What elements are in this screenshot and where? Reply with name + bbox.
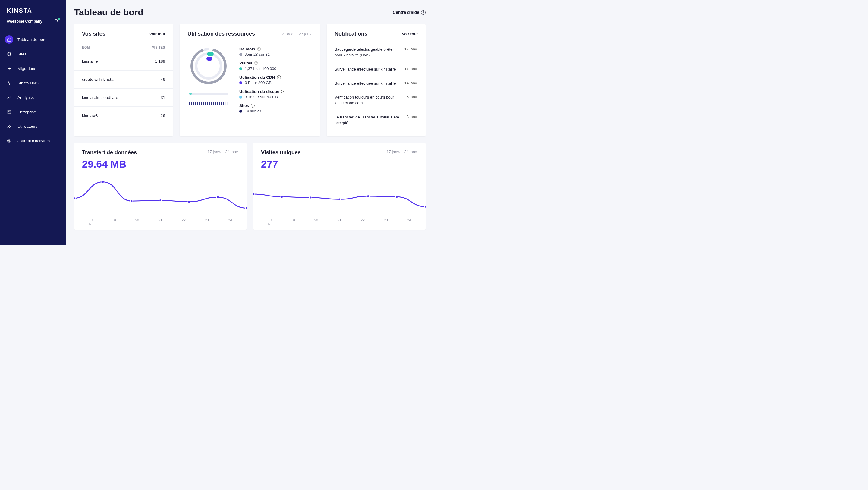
building-icon — [5, 108, 13, 116]
notifications-bell-icon[interactable] — [54, 19, 59, 24]
sidebar-item-company[interactable]: Entreprise — [0, 104, 66, 119]
svg-point-22 — [245, 207, 247, 209]
svg-point-29 — [424, 206, 426, 208]
table-row[interactable]: kinstalife 1,189 — [74, 53, 173, 70]
chart-icon — [5, 93, 13, 101]
brand-logo: KINSTA — [0, 7, 66, 19]
uniques-value: 277 — [253, 158, 426, 173]
xaxis-tick: 21 — [328, 218, 351, 226]
main-content: Tableau de bord Centre d'aide ? Vos site… — [66, 0, 434, 245]
metric-sites: Sites? 18 sur 20 — [239, 103, 312, 113]
list-item[interactable]: Surveillance effectuée sur kinstalife 14… — [335, 76, 418, 91]
sidebar-item-label: Migrations — [18, 66, 36, 71]
notifications-title: Notifications — [335, 31, 367, 37]
company-name[interactable]: Awesome Company — [7, 19, 42, 24]
list-item[interactable]: Vérification toujours en cours pour kins… — [335, 90, 418, 110]
notification-date: 6 janv. — [407, 95, 418, 106]
notification-date: 14 janv. — [404, 81, 418, 87]
metric-visits: Visites? 1,371 sur 100,000 — [239, 61, 312, 71]
svg-point-16 — [74, 197, 75, 200]
svg-point-23 — [253, 193, 254, 195]
sidebar-item-sites[interactable]: Sites — [0, 47, 66, 61]
site-visits: 1,189 — [155, 59, 165, 64]
metric-month: Ce mois? Jour 28 sur 31 — [239, 47, 312, 57]
home-icon — [5, 35, 13, 44]
xaxis-tick: 20 — [125, 218, 149, 226]
site-name: kinstaw3 — [82, 113, 161, 118]
transfer-chart-title: Transfert de données — [82, 150, 137, 156]
uniques-xaxis: 18Jan192021222324 — [253, 215, 426, 226]
help-center-label: Centre d'aide — [393, 10, 419, 15]
notification-date: 3 janv. — [407, 115, 418, 126]
info-icon[interactable]: ? — [251, 104, 255, 108]
xaxis-tick: 24 — [218, 218, 242, 226]
sidebar-item-dashboard[interactable]: Tableau de bord — [0, 32, 66, 47]
list-item[interactable]: Surveillance effectuée sur kinstalife 17… — [335, 62, 418, 76]
site-name: kinstacdn-cloudflare — [82, 95, 161, 100]
arrow-right-icon — [5, 64, 13, 73]
uniques-line-chart — [253, 173, 426, 215]
svg-point-14 — [207, 52, 214, 56]
sidebar-item-label: Journal d'activités — [18, 139, 50, 143]
transfer-line-chart — [74, 173, 247, 215]
notifications-view-all-link[interactable]: Voir tout — [402, 32, 418, 36]
table-row[interactable]: kinstaw3 26 — [74, 107, 173, 124]
info-icon[interactable]: ? — [257, 47, 261, 51]
disk-progress-bar — [189, 93, 228, 95]
notification-dot — [58, 18, 60, 20]
xaxis-tick: 21 — [149, 218, 172, 226]
xaxis-tick: 23 — [195, 218, 218, 226]
svg-point-28 — [396, 195, 398, 198]
xaxis-tick: 23 — [374, 218, 398, 226]
sidebar-item-migrations[interactable]: Migrations — [0, 61, 66, 75]
notification-text: Vérification toujours en cours pour kins… — [335, 95, 402, 106]
sidebar-item-analytics[interactable]: Analytics — [0, 90, 66, 104]
sidebar-item-dns[interactable]: Kinsta DNS — [0, 75, 66, 90]
svg-point-10 — [8, 140, 10, 141]
xaxis-tick: 24 — [398, 218, 421, 226]
uniques-chart-card: Visites uniques 17 janv. – 24 janv. 277 … — [253, 143, 426, 229]
table-row[interactable]: kinstacdn-cloudflare 31 — [74, 89, 173, 107]
dot-icon — [239, 53, 242, 56]
users-icon — [5, 122, 13, 130]
svg-rect-2 — [7, 110, 10, 113]
svg-point-27 — [367, 195, 369, 197]
sites-view-all-link[interactable]: Voir tout — [150, 32, 165, 36]
xaxis-tick: 19 — [102, 218, 125, 226]
sidebar-item-users[interactable]: Utilisateurs — [0, 119, 66, 133]
dot-icon — [239, 81, 242, 84]
sidebar: KINSTA Awesome Company Tableau de bord S… — [0, 0, 66, 245]
table-row[interactable]: create with kinsta 46 — [74, 70, 173, 89]
sidebar-item-label: Utilisateurs — [18, 124, 38, 129]
svg-point-20 — [188, 201, 190, 203]
sidebar-item-activity-log[interactable]: Journal d'activités — [0, 133, 66, 148]
usage-card: Utilisation des ressources 27 déc. – 27 … — [180, 24, 320, 136]
svg-point-21 — [217, 196, 219, 198]
info-icon[interactable]: ? — [254, 61, 258, 65]
usage-date-range: 27 déc. – 27 janv. — [281, 32, 312, 36]
xaxis-tick: 18Jan — [79, 218, 102, 226]
uniques-chart-title: Visites uniques — [261, 150, 301, 156]
list-item[interactable]: Sauvegarde téléchargeable prête pour kin… — [335, 42, 418, 62]
svg-point-7 — [8, 125, 9, 126]
sidebar-item-label: Analytics — [18, 95, 34, 100]
xaxis-tick: 18Jan — [258, 218, 281, 226]
transfer-value: 29.64 MB — [74, 158, 247, 173]
sites-usage-bar — [189, 102, 228, 105]
site-name: kinstalife — [82, 59, 155, 64]
info-icon[interactable]: ? — [281, 90, 285, 93]
dot-icon — [239, 67, 242, 70]
transfer-xaxis: 18Jan192021222324 — [74, 215, 247, 226]
svg-point-17 — [101, 181, 104, 183]
stack-icon — [5, 50, 13, 58]
notifications-card: Notifications Voir tout Sauvegarde téléc… — [327, 24, 426, 136]
info-icon[interactable]: ? — [277, 75, 281, 79]
help-center-link[interactable]: Centre d'aide ? — [393, 10, 426, 15]
svg-point-24 — [281, 195, 283, 198]
uniques-date-range: 17 janv. – 24 janv. — [386, 150, 418, 154]
svg-point-26 — [338, 198, 341, 201]
list-item[interactable]: Le transfert de Transfer Tutorial a été … — [335, 110, 418, 130]
dot-icon — [239, 110, 242, 113]
sites-table-header: NOM VISITES — [74, 42, 173, 53]
site-visits: 26 — [161, 113, 165, 118]
